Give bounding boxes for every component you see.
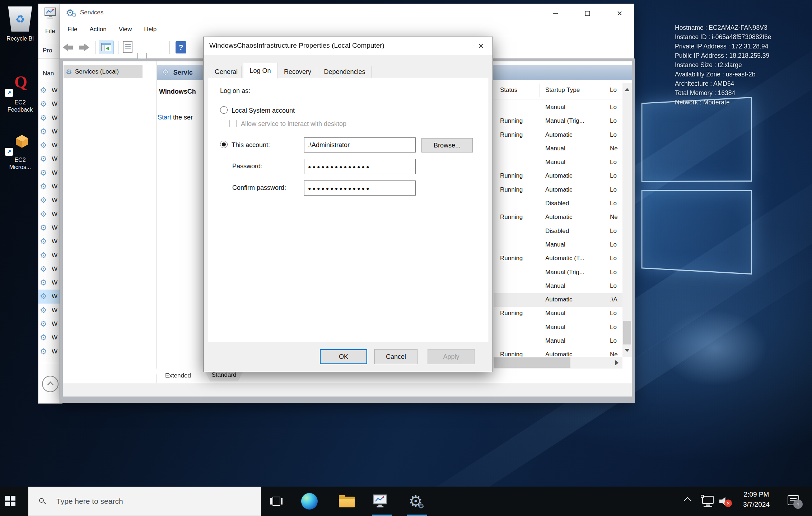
scroll-right-button-icon[interactable] [611,357,622,369]
bg-service-list-item[interactable]: ⚙ W [38,111,62,125]
edge-browser-icon[interactable] [299,487,320,516]
show-console-tree-button-icon[interactable] [99,41,114,54]
services-app-taskbar-icon[interactable]: ⚙⚙ [405,487,426,516]
bg-service-list-item[interactable]: ⚙ W [38,125,62,139]
taskbar-clock[interactable]: 2:09 PM 3/7/2024 [737,489,776,510]
menu-item[interactable]: File [61,26,83,33]
recycle-bin-label[interactable]: Recycle Bi [0,35,40,42]
table-row[interactable]: Running Automatic Lo [494,183,622,197]
allow-desktop-checkbox[interactable] [229,120,237,127]
table-row[interactable]: Automatic .\A [494,293,622,307]
bg-service-list-item[interactable]: ⚙ W [38,235,62,248]
bg-service-list-item[interactable]: ⚙ W [38,290,62,303]
password-input[interactable]: ●●●●●●●●●●●●●● [304,159,416,174]
menu-item[interactable]: View [113,26,138,33]
bg-service-list-item[interactable]: ⚙ W [38,152,62,166]
column-header-startup-type[interactable]: Startup Type [545,86,580,94]
table-row[interactable]: Running Automatic (T... Lo [494,252,622,266]
confirm-password-input[interactable]: ●●●●●●●●●●●●●● [304,180,416,196]
search-input[interactable] [56,497,261,506]
tab-log-on[interactable]: Log On [243,63,277,79]
scrollbar-thumb[interactable] [494,357,570,368]
table-row[interactable]: Running Manual (Trig... Lo [494,114,622,128]
bg-window-name-column-header[interactable]: Nan [43,70,54,77]
table-row[interactable]: Manual Lo [494,321,622,334]
forward-button-icon[interactable] [79,41,89,53]
dialog-titlebar[interactable]: WindowsChaosInfrastructure Properties (L… [204,37,493,55]
ec2-feedback-label[interactable]: EC2 Feedback [0,99,40,113]
local-system-radio[interactable] [220,106,228,114]
menu-item[interactable]: Help [138,26,163,33]
start-button-icon[interactable] [5,496,16,507]
services-titlebar[interactable]: ⚙⚙ Services ✕ [60,4,634,23]
dialog-close-button[interactable]: ✕ [473,39,489,53]
network-tray-icon[interactable] [701,496,714,507]
scroll-down-button-icon[interactable] [622,344,632,357]
table-row[interactable]: Manual Lo [494,334,622,348]
ok-button[interactable]: OK [320,349,367,364]
table-row[interactable]: Running Automatic Ne [494,211,622,224]
background-console-window[interactable]: File Pro Nan ⚙ W ⚙ W ⚙ W [38,4,62,404]
local-system-label[interactable]: Local System account [232,107,295,114]
table-row[interactable]: Running Automatic Lo [494,128,622,142]
table-row[interactable]: Manual Lo [494,101,622,114]
this-account-label[interactable]: This account: [232,141,270,149]
scrollbar-thumb[interactable] [623,321,631,344]
table-row[interactable]: Manual Lo [494,280,622,293]
column-header-status[interactable]: Status [500,86,517,94]
properties-button-icon[interactable] [123,41,132,53]
file-explorer-icon[interactable] [336,487,358,516]
table-row[interactable]: Disabled Lo [494,225,622,238]
bg-service-list-item[interactable]: ⚙ W [38,166,62,180]
tree-item-services-local[interactable]: ⚙ Services (Local) [64,65,143,78]
tab-general[interactable]: General [211,66,242,78]
bg-service-list-item[interactable]: ⚙ W [38,331,62,344]
tray-expand-chevron-icon[interactable] [684,497,691,505]
tab-recovery[interactable]: Recovery [279,66,316,78]
ec2-microsoft-icon[interactable] [16,135,28,148]
maximize-button[interactable] [579,7,595,20]
volume-muted-tray-icon[interactable]: ✕ [719,496,734,507]
chevron-up-circle-icon[interactable] [42,376,59,392]
bg-service-list-item[interactable]: ⚙ W [38,262,62,276]
table-row[interactable]: Manual Lo [494,238,622,252]
table-row[interactable]: Running Automatic Ne [494,348,622,358]
horizontal-scrollbar[interactable] [494,357,622,369]
bg-service-list-item[interactable]: ⚙ W [38,180,62,193]
apply-button[interactable]: Apply [428,349,475,364]
table-row[interactable]: Manual Lo [494,156,622,169]
tab-dependencies[interactable]: Dependencies [318,66,372,78]
bg-service-list-item[interactable]: ⚙ W [38,345,62,358]
tab-extended[interactable]: Extended [154,369,202,383]
bg-window-toolbar-button[interactable]: Pro [41,44,61,57]
menu-item[interactable]: Action [83,26,112,33]
bg-service-list-item[interactable]: ⚙ W [38,221,62,235]
bg-service-list-item[interactable]: ⚙ W [38,193,62,207]
cancel-button[interactable]: Cancel [374,349,417,364]
start-service-link[interactable]: Start [158,114,171,121]
table-row[interactable]: Running Automatic Lo [494,169,622,183]
bg-service-list-item[interactable]: ⚙ W [38,304,62,317]
bg-service-list-item[interactable]: ⚙ W [38,249,62,262]
minimize-button[interactable] [547,7,563,20]
bg-service-list-item[interactable]: ⚙ W [38,97,62,111]
bg-service-list-item[interactable]: ⚙ W [38,139,62,152]
account-input[interactable] [304,137,416,153]
mmc-console-icon[interactable] [370,487,391,516]
ec2-feedback-icon[interactable]: Q [14,74,27,90]
taskbar-search[interactable] [28,487,261,516]
bg-service-list-item[interactable]: ⚙ W [38,207,62,221]
help-button-icon[interactable]: ? [176,41,186,53]
scroll-up-button-icon[interactable] [622,83,632,96]
close-button[interactable]: ✕ [612,7,627,20]
ec2-microsoft-label[interactable]: EC2 Micros... [0,156,40,171]
task-view-icon[interactable] [266,487,287,516]
this-account-radio[interactable] [220,141,228,148]
table-row[interactable]: Disabled Lo [494,197,622,211]
bg-service-list-item[interactable]: ⚙ W [38,317,62,331]
table-row[interactable]: Manual (Trig... Lo [494,266,622,280]
column-header-log-on-as[interactable]: Lo [610,86,617,94]
bg-service-list-item[interactable]: ⚙ W [38,276,62,290]
action-center-icon[interactable]: 1 [788,494,803,509]
vertical-scrollbar[interactable] [622,83,632,357]
